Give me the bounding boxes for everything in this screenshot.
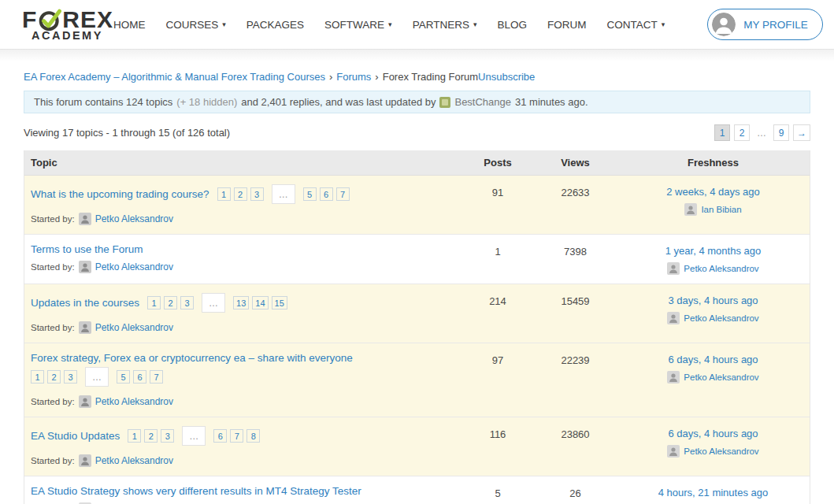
topic-page-ellipsis[interactable]: … <box>182 426 206 446</box>
page-button-2[interactable]: 2 <box>734 124 750 141</box>
topic-page-ellipsis[interactable]: … <box>272 184 295 204</box>
breadcrumb-separator: › <box>329 71 332 83</box>
nav-label: BLOG <box>497 19 527 31</box>
freshness-link[interactable]: 4 hours, 21 minutes ago <box>623 485 803 498</box>
last-updater-link[interactable]: BestChange <box>454 96 511 108</box>
topic-page-link[interactable]: 6 <box>133 370 146 384</box>
nav-item-software[interactable]: SOFTWARE ▾ <box>324 19 392 31</box>
breadcrumb: EA Forex Academy – Algorithmic & Manual … <box>24 71 810 83</box>
starter-link[interactable]: Petko Aleksandrov <box>95 322 173 333</box>
topic-page-link[interactable]: 5 <box>303 187 317 201</box>
last-poster-link[interactable]: Petko Aleksandrov <box>684 264 758 273</box>
freshness-link[interactable]: 6 days, 4 hours ago <box>623 352 803 365</box>
last-poster-link[interactable]: Ian Bibian <box>701 205 741 214</box>
topic-page-link[interactable]: 2 <box>144 429 158 443</box>
logo-line1: F REX <box>22 8 113 32</box>
topic-page-link[interactable]: 6 <box>320 187 333 201</box>
nav-item-partners[interactable]: PARTNERS ▾ <box>413 19 477 31</box>
topic-page-link[interactable]: 7 <box>150 370 163 384</box>
starter-link[interactable]: Petko Aleksandrov <box>95 261 173 272</box>
topic-page-link[interactable]: 7 <box>336 187 350 201</box>
page-button-1[interactable]: 1 <box>714 124 730 141</box>
topic-page-link[interactable]: 1 <box>31 370 44 384</box>
logo-checkmark-icon <box>38 8 61 32</box>
forum-page: F REX ACADEMY HOME COURSES ▾ PACKAGES S <box>0 0 834 504</box>
user-avatar-icon <box>667 312 680 324</box>
nav-item-blog[interactable]: BLOG <box>497 19 527 31</box>
info-hidden-count: (+ 18 hidden) <box>176 96 237 108</box>
topic-page-link[interactable]: 2 <box>234 187 247 201</box>
topic-page-link[interactable]: 15 <box>272 296 287 309</box>
topic-page-link[interactable]: 1 <box>147 296 161 309</box>
profile-avatar-icon <box>712 13 736 36</box>
topic-page-link[interactable]: 8 <box>246 429 260 443</box>
info-text-2: and 2,401 replies, and was last updated … <box>241 96 436 108</box>
nav-item-packages[interactable]: PACKAGES <box>246 19 304 31</box>
posts-count: 116 <box>461 417 534 476</box>
nav-item-contact[interactable]: CONTACT ▾ <box>606 19 665 31</box>
breadcrumb-forums-link[interactable]: Forums <box>336 71 371 83</box>
nav-item-forum[interactable]: FORUM <box>547 19 587 31</box>
listing-bar: Viewing 17 topics - 1 through 15 (of 126… <box>24 124 810 141</box>
topic-page-link[interactable]: 1 <box>217 187 231 201</box>
topic-page-ellipsis[interactable]: … <box>85 367 109 387</box>
forex-academy-logo[interactable]: F REX ACADEMY <box>22 8 113 42</box>
profile-button-label: MY PROFILE <box>743 19 808 31</box>
topic-page-link[interactable]: 14 <box>252 296 268 309</box>
topic-page-link[interactable]: 1 <box>128 429 141 443</box>
topic-page-link[interactable]: 3 <box>180 296 194 309</box>
my-profile-button[interactable]: MY PROFILE <box>707 9 823 40</box>
table-header-row: Topic Posts Views Freshness <box>24 150 810 176</box>
nav-item-home[interactable]: HOME <box>113 19 146 31</box>
nav-label: COURSES <box>166 19 219 31</box>
topic-link[interactable]: EA Studio Updates <box>31 430 120 442</box>
topic-page-link[interactable]: 2 <box>164 296 177 309</box>
freshness-cell: 1 year, 4 months ago Petko Aleksandrov <box>617 235 810 284</box>
nav-item-courses[interactable]: COURSES ▾ <box>166 19 226 31</box>
topic-page-link[interactable]: 13 <box>233 296 249 309</box>
starter-link[interactable]: Petko Aleksandrov <box>95 396 173 407</box>
starter-link[interactable]: Petko Aleksandrov <box>95 213 173 224</box>
topic-page-link[interactable]: 3 <box>250 187 264 201</box>
topic-cell: EA Studio Updates 1 2 3 … 6 7 8 Started … <box>24 417 461 476</box>
bestchange-avatar-icon <box>439 97 450 108</box>
topic-link[interactable]: Forex strategy, Forex ea or cryptocurren… <box>31 352 353 364</box>
topic-page-link[interactable]: 5 <box>117 370 130 384</box>
topic-page-link[interactable]: 3 <box>161 429 174 443</box>
page-button-9[interactable]: 9 <box>773 124 789 141</box>
topic-link[interactable]: What is the upcoming trading course? <box>31 188 209 200</box>
freshness-link[interactable]: 1 year, 4 months ago <box>623 243 803 257</box>
freshness-link[interactable]: 3 days, 4 hours ago <box>623 293 803 306</box>
topic-page-link[interactable]: 2 <box>47 370 61 384</box>
last-poster-link[interactable]: Petko Aleksandrov <box>684 313 758 323</box>
last-poster-link[interactable]: Petko Aleksandrov <box>684 372 758 382</box>
topic-pagination: 1 2 3 … 13 14 15 <box>147 293 287 313</box>
freshness-cell: 4 hours, 21 minutes ago Petko Aleksandro… <box>617 476 810 504</box>
topic-page-link[interactable]: 3 <box>64 370 77 384</box>
chevron-down-icon: ▾ <box>473 21 477 28</box>
topic-cell: What is the upcoming trading course? 1 2… <box>24 176 461 234</box>
main-nav: HOME COURSES ▾ PACKAGES SOFTWARE ▾ PARTN… <box>113 9 823 40</box>
topic-cell: Updates in the courses 1 2 3 … 13 14 15 … <box>24 284 461 343</box>
info-text-3: 31 minutes ago. <box>515 96 588 108</box>
posts-count: 91 <box>461 176 534 234</box>
last-poster-link[interactable]: Petko Aleksandrov <box>684 447 758 456</box>
topics-table: Topic Posts Views Freshness What is the … <box>24 150 810 504</box>
topic-page-ellipsis[interactable]: … <box>202 293 225 313</box>
topic-page-link[interactable]: 6 <box>213 429 227 443</box>
breadcrumb-site-link[interactable]: EA Forex Academy – Algorithmic & Manual … <box>24 71 325 83</box>
freshness-link[interactable]: 6 days, 4 hours ago <box>623 426 803 439</box>
chevron-down-icon: ▾ <box>388 21 392 28</box>
user-avatar-icon <box>667 371 680 384</box>
topic-link[interactable]: Updates in the courses <box>31 297 139 309</box>
table-row: Terms to use the Forum Started by: Petko… <box>24 235 810 284</box>
starter-link[interactable]: Petko Aleksandrov <box>95 455 173 466</box>
topic-link[interactable]: Terms to use the Forum <box>31 243 143 255</box>
topic-page-link[interactable]: 7 <box>230 429 243 443</box>
next-page-button[interactable]: → <box>793 124 810 141</box>
views-count: 22633 <box>534 176 617 234</box>
unsubscribe-link[interactable]: Unsubscribe <box>478 71 535 83</box>
topic-link[interactable]: EA Studio Strategy shows very different … <box>31 485 361 497</box>
user-avatar-icon <box>79 213 91 225</box>
freshness-link[interactable]: 2 weeks, 4 days ago <box>623 184 803 198</box>
